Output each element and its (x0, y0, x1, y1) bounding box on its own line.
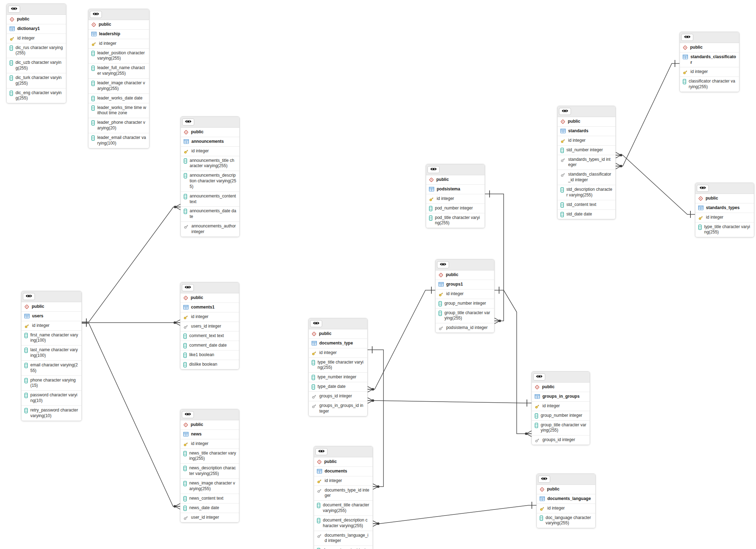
toggle-visibility-button[interactable] (559, 108, 571, 115)
column-icon (10, 91, 13, 96)
column-row-users_id-label: users_id integer (191, 324, 221, 329)
table-dictionary1[interactable]: publicdictionary1id integerdic_rus chara… (6, 4, 66, 103)
column-row-news_description: news_description character varying(255) (180, 464, 239, 479)
column-row-id-label: id integer (99, 41, 116, 47)
schema-row-label: public (568, 119, 580, 124)
table-name-row-label: news (191, 432, 202, 437)
visibility-toggle-icon (699, 185, 706, 191)
erd-canvas[interactable]: publicdictionary1id integerdic_rus chara… (0, 0, 756, 549)
column-icon (183, 466, 187, 471)
toggle-visibility-button[interactable] (533, 373, 545, 380)
table-groups_in_groups[interactable]: publicgroups_in_groupsid integergroup_nu… (531, 371, 590, 445)
table-groups1[interactable]: publicgroups1id integergroup_number inte… (435, 259, 494, 333)
column-row-id: id integer (180, 312, 239, 322)
column-row-pod_title-label: pod_title character varying(255) (435, 215, 482, 226)
column-row-like1: like1 boolean (180, 350, 239, 360)
toggle-visibility-button[interactable] (428, 166, 440, 173)
table-news[interactable]: publicnewsid integernews_title character… (180, 409, 239, 523)
column-row-first_name: first_name character varying(100) (21, 331, 81, 346)
column-row-type_title: type_title character varying(255) (695, 222, 754, 237)
table-documents[interactable]: publicdocumentsid integerdocuments_type_… (314, 446, 373, 549)
column-row-id-label: id integer (325, 478, 342, 484)
column-row-leader_email: leader_email character varying(100) (88, 133, 149, 148)
foreign-key-icon (560, 172, 566, 177)
toggle-visibility-button[interactable] (697, 185, 709, 192)
column-icon (91, 66, 95, 71)
column-row-groups_id-label: groups_id integer (542, 437, 575, 443)
table-podsistema[interactable]: publicpodsistemaid integerpod_number int… (426, 164, 485, 228)
column-row-announcements_author-label: announcements_author integer (191, 224, 236, 235)
column-icon (698, 225, 702, 230)
table-standards_types[interactable]: publicstandards_typesid integertype_titl… (695, 183, 754, 237)
column-row-document_title-label: document_title character varying(255) (323, 502, 370, 514)
column-row-type_number-label: type_number integer (318, 374, 356, 380)
toggle-visibility-button[interactable] (182, 284, 194, 291)
toggle-visibility-button[interactable] (182, 118, 194, 126)
visibility-toggle-icon (185, 119, 192, 125)
schema-row: public (180, 293, 239, 303)
column-row-leader_phone: leader_phone character varying(20) (88, 118, 149, 133)
column-row-id: id integer (532, 402, 590, 411)
foreign-key-icon (183, 324, 189, 329)
column-row-last_name-label: last_name character varying(100) (30, 347, 79, 359)
column-icon (91, 120, 95, 126)
column-icon (540, 516, 543, 521)
visibility-toggle-icon (11, 6, 18, 12)
column-row-std_content-label: std_content text (566, 202, 596, 208)
column-row-document_title: document_title character varying(255) (314, 501, 373, 516)
column-row-id: id integer (88, 39, 149, 49)
column-row-user_id: user_id integer (180, 513, 239, 522)
column-icon (183, 481, 187, 486)
toggle-visibility-button[interactable] (90, 11, 102, 18)
toggle-visibility-button[interactable] (538, 476, 550, 483)
table-header (537, 474, 595, 485)
relationship-documents_type.groups_in_groups_id (368, 401, 531, 403)
relationship-documents.documents_language_id (373, 505, 536, 524)
schema-row: public (314, 457, 373, 467)
primary-key-icon (429, 196, 434, 202)
table-standards_classificator[interactable]: publicstandards_classificatorid integerc… (680, 32, 739, 92)
toggle-visibility-button[interactable] (437, 261, 449, 268)
visibility-toggle-icon (318, 449, 325, 455)
table-name-row: leadership (88, 30, 149, 39)
column-row-dislike: dislike boolean (180, 360, 239, 369)
column-icon (91, 105, 95, 111)
table-name-row-label: users (32, 313, 43, 319)
table-name-row-label: groups_in_groups (542, 394, 579, 399)
table-documents_language[interactable]: publicdocuments_languageid integerdoc_la… (536, 474, 596, 528)
visibility-toggle-icon (430, 167, 437, 172)
column-row-id: id integer (695, 213, 754, 222)
toggle-visibility-button[interactable] (8, 6, 20, 13)
toggle-visibility-button[interactable] (182, 411, 194, 418)
table-announcements[interactable]: publicannouncementsid integerannouncemen… (180, 116, 240, 237)
column-row-group_number: group_number integer (532, 411, 590, 421)
toggle-visibility-button[interactable] (23, 293, 35, 300)
toggle-visibility-button[interactable] (315, 448, 327, 455)
column-row-news_description-label: news_description character varying(255) (189, 465, 236, 477)
schema-diamond-icon (429, 177, 434, 182)
schema-row-label: public (191, 129, 203, 135)
table-comments1[interactable]: publiccomments1id integerusers_id intege… (180, 282, 239, 370)
primary-key-icon (317, 478, 322, 484)
table-header (314, 446, 373, 457)
schema-row: public (680, 43, 739, 53)
column-icon (183, 451, 187, 456)
column-row-comment_date-label: comment_date date (189, 343, 227, 348)
column-icon (560, 148, 564, 153)
table-users[interactable]: publicusersid integerfirst_name characte… (21, 291, 82, 421)
schema-row-label: public (32, 304, 44, 310)
table-grid-icon (312, 341, 317, 346)
column-row-announcements_content: announcements_content text (181, 192, 239, 207)
table-header (180, 409, 239, 420)
table-leadership[interactable]: publicleadershipid integerleader_positio… (88, 9, 149, 148)
toggle-visibility-button[interactable] (310, 320, 322, 327)
primary-key-icon (184, 149, 189, 154)
column-row-groups_in_groups_id: groups_in_groups_id integer (309, 401, 367, 416)
column-row-dic_uzb: dic_uzb character varying(255) (7, 58, 66, 73)
column-row-leader_image-label: leader_image character varying(255) (97, 80, 146, 92)
column-row-leader_full_name-label: leader_full_name character varying(255) (97, 65, 146, 77)
table-documents_type[interactable]: publicdocuments_typeid integertype_title… (308, 318, 368, 416)
table-standards[interactable]: publicstandardsid integerstd_number inte… (557, 106, 616, 219)
column-row-announcements_title: announcements_title character varying(25… (181, 156, 239, 171)
toggle-visibility-button[interactable] (681, 34, 693, 41)
